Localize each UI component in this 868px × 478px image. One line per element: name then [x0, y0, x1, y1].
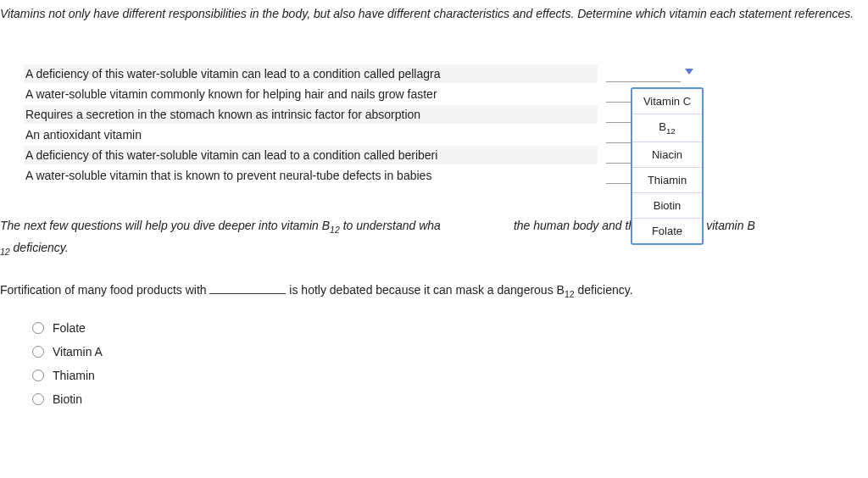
statement-text: Requires a secretion in the stomach know… [24, 105, 598, 124]
radio-label: Biotin [53, 392, 82, 406]
statement-row: A water-soluble vitamin commonly known f… [24, 84, 681, 104]
options-dropdown[interactable]: Vitamin C B12 Niacin Thiamin Biotin Fola… [631, 87, 704, 245]
option-vitamin-c[interactable]: Vitamin C [632, 89, 702, 114]
statement-text: A deficiency of this water-soluble vitam… [24, 64, 598, 83]
radio-label: Thiamin [53, 369, 95, 382]
statement-row: A deficiency of this water-soluble vitam… [24, 64, 681, 84]
radio-icon [32, 322, 44, 334]
chevron-down-icon [685, 69, 693, 75]
matching-block: A deficiency of this water-soluble vitam… [24, 64, 868, 186]
option-niacin[interactable]: Niacin [632, 142, 702, 168]
statement-row: A water-soluble vitamin that is known to… [24, 165, 681, 186]
statement-row: A deficiency of this water-soluble vitam… [24, 145, 681, 165]
statements-list: A deficiency of this water-soluble vitam… [24, 64, 681, 186]
option-thiamin[interactable]: Thiamin [632, 168, 702, 193]
radio-label: Folate [53, 321, 86, 335]
transition-paragraph: The next few questions will help you div… [0, 216, 868, 259]
statement-text: A water-soluble vitamin that is known to… [24, 166, 598, 185]
radio-icon [32, 370, 44, 381]
radio-option-folate[interactable]: Folate [32, 316, 868, 340]
question-intro: Vitamins not only have different respons… [0, 0, 868, 30]
statement-text: An antioxidant vitamin [24, 125, 598, 144]
radio-option-vitamin-a[interactable]: Vitamin A [32, 340, 868, 364]
radio-option-thiamin[interactable]: Thiamin [32, 364, 868, 387]
drop-slot[interactable] [606, 65, 681, 82]
option-biotin[interactable]: Biotin [632, 193, 702, 219]
question-2: Fortification of many food products with… [0, 283, 868, 299]
statement-text: A water-soluble vitamin commonly known f… [24, 85, 598, 103]
fill-blank [209, 284, 286, 294]
option-b12[interactable]: B12 [632, 114, 702, 142]
radio-label: Vitamin A [53, 345, 103, 358]
option-folate[interactable]: Folate [632, 219, 702, 243]
radio-option-biotin[interactable]: Biotin [32, 387, 868, 411]
radio-group: Folate Vitamin A Thiamin Biotin [32, 316, 868, 411]
statement-text: A deficiency of this water-soluble vitam… [24, 146, 598, 164]
radio-icon [32, 393, 44, 405]
radio-icon [32, 346, 44, 358]
statement-row: Requires a secretion in the stomach know… [24, 104, 681, 125]
statement-row: An antioxidant vitamin [24, 125, 681, 145]
